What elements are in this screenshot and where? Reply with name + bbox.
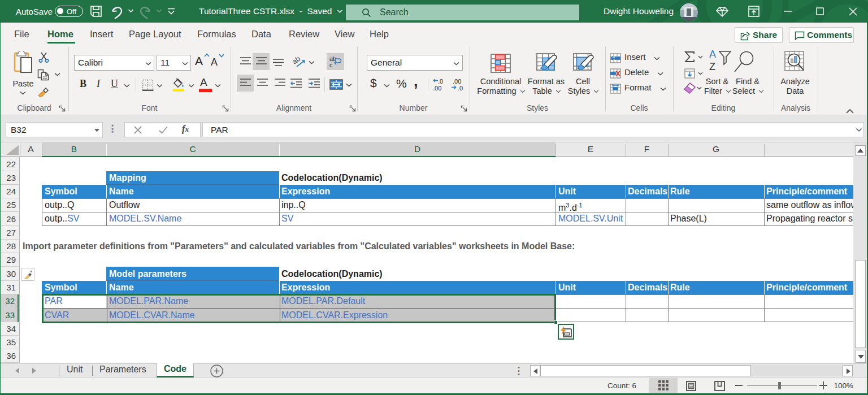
- svg-text:ab: ab: [293, 55, 302, 66]
- svg-text:.00: .00: [453, 78, 461, 85]
- svg-text:.0: .0: [438, 78, 443, 85]
- svg-text:.00: .00: [433, 85, 441, 92]
- svg-text:c: c: [329, 62, 333, 68]
